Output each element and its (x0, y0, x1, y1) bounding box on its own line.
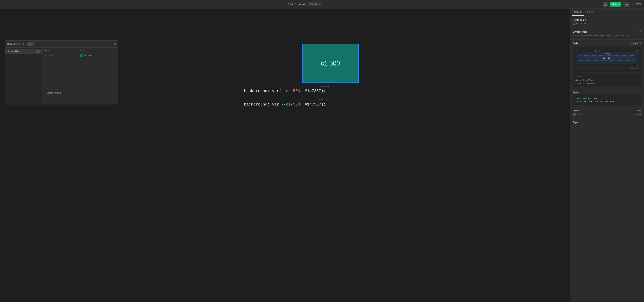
dev-resources-title: Dev resources (573, 31, 588, 33)
dev-resources-section: Dev resources + Add development links to… (570, 28, 644, 40)
code-section-header: Code CSS ▾ ⇅ (573, 42, 641, 45)
border-box-note: border-box (575, 68, 639, 70)
style-bg-var-open: var( (589, 100, 594, 103)
code-language-selector[interactable]: CSS ▾ (629, 42, 638, 45)
dev-resources-add-button[interactable]: + (639, 30, 641, 34)
good-code-prefix: background: var( (244, 102, 281, 107)
tab-plugins[interactable]: Plugins (584, 9, 596, 16)
style-code-block: border-radius: 4px; background: var(--c-… (573, 95, 641, 105)
export-section-header: Export + (573, 120, 641, 124)
create-variable-label: Create variable (47, 92, 61, 94)
vp-create-row: + Create variable (42, 90, 118, 96)
right-panel: Inspect Plugins Rectangle 1 ··· Rectangl… (570, 9, 644, 302)
lang-chevron-icon: ▾ (635, 43, 636, 45)
plus-icon: + (44, 92, 46, 94)
canvas-rectangle[interactable]: c1 500 (302, 44, 359, 83)
layout-width-val: 7.9375rem (583, 79, 594, 81)
layout-height-semi: ; (595, 82, 596, 84)
rectangle-type-row: Rectangle (573, 22, 641, 25)
table-row[interactable]: ⊕ c1 500 147367 (42, 53, 118, 58)
avatar (603, 2, 608, 7)
bm-bottom-left: 4 (576, 65, 577, 66)
dev-resources-desc: Add development links to Storybook, GitH… (573, 34, 641, 37)
main-area: Collection 1 ▾ ⊟ Beta ✕ All variables 1 (0, 9, 644, 302)
collection-title[interactable]: Collection 1 ▾ (7, 43, 21, 45)
code-toggle-button[interactable]: </> (623, 2, 630, 7)
dev-resources-header: Dev resources + (573, 30, 641, 34)
bm-bottom-right: 4 (637, 65, 638, 66)
color-row-left: c1 500 (573, 113, 583, 116)
layout-width-semi: ; (594, 79, 595, 81)
bm-border-left-val: 4 (576, 50, 577, 52)
bm-border-dash: - (618, 50, 619, 52)
dev-mode-badge[interactable]: Dev Mode (308, 2, 321, 6)
rectangle-name-section: Rectangle 1 ··· Rectangle (570, 16, 644, 28)
rectangle-more-button[interactable]: ··· (638, 19, 641, 22)
add-variable-button[interactable]: + (114, 49, 116, 52)
good-code-suffix: , #147367); (300, 102, 326, 107)
beta-badge: Beta (28, 43, 34, 46)
sidebar-item-all-variables[interactable]: All variables 1 (5, 49, 42, 54)
box-model-diagram: 4 Border - 4 - Padding - (573, 47, 641, 72)
bm-pad-bottom-center: - (607, 61, 607, 63)
create-variable-button[interactable]: + Create variable (44, 92, 61, 94)
vp-empty-area (42, 58, 118, 90)
colors-format-selector[interactable]: Hex ▾ (636, 109, 641, 112)
colors-format-label: Hex (636, 109, 640, 112)
layout-height-prop: height: (575, 82, 584, 84)
bm-border-right-val: 4 (637, 50, 638, 52)
color-name: c1 500 (577, 113, 583, 116)
col-value-header: Value (79, 49, 114, 51)
bm-size-label: 127 × 127 (603, 57, 611, 59)
style-bg-close: ); (616, 100, 618, 103)
close-panel-button[interactable]: ✕ (114, 42, 116, 46)
breadcrumb-file[interactable]: Untitled ▾ (297, 3, 306, 6)
variables-panel-header: Collection 1 ▾ ⊟ Beta ✕ (5, 41, 118, 48)
variable-name-cell: ⊕ c1 500 (44, 54, 80, 57)
breadcrumb-drafts[interactable]: Drafts (288, 3, 294, 6)
rectangle-label: c1 500 (321, 60, 340, 67)
code-options: CSS ▾ ⇅ (629, 42, 641, 45)
code-section: Code CSS ▾ ⇅ 4 Border (570, 40, 644, 89)
style-section-header: Style (573, 91, 641, 94)
variable-hex-label: 147367 (84, 54, 91, 57)
topbar-left: ··· (3, 3, 6, 6)
style-bg-color-swatch (605, 101, 607, 102)
bm-border-label: Border (595, 50, 600, 52)
type-checkbox (573, 23, 575, 25)
code-sort-button[interactable]: ⇅ (639, 42, 641, 45)
color-hex-value: #147367 (633, 113, 641, 116)
breadcrumb: Drafts / Untitled ▾ (288, 3, 306, 6)
bm-pad-left: - (578, 53, 578, 55)
right-panel-body: Rectangle 1 ··· Rectangle Dev resources … (570, 16, 644, 302)
canvas[interactable]: Collection 1 ▾ ⊟ Beta ✕ All variables 1 (0, 9, 570, 302)
style-bg-var-name: --c-1500 (594, 100, 603, 103)
bm-pad-dash: - (636, 53, 636, 55)
play-icon[interactable]: ▷ (632, 3, 634, 6)
bm-bottom-center: - (607, 65, 607, 66)
type-label: Rectangle (576, 22, 586, 25)
style-bg-hex: #147367 (608, 100, 616, 103)
bad-code-suffix: , #147367); (300, 89, 326, 93)
more-options-icon[interactable]: ··· (3, 3, 6, 6)
code-toggle-label: </> (625, 3, 628, 6)
share-button[interactable]: Share (610, 2, 621, 7)
layout-width-prop: width: (575, 79, 583, 81)
bm-padding-label: Padding (604, 53, 610, 55)
rectangle-name-row: Rectangle 1 ··· (573, 19, 641, 22)
colors-section: Colors Hex ▾ c1 500 #147367 (570, 107, 644, 118)
bad-code-var: --c-1500 (281, 89, 300, 93)
style-section: Style border-radius: 4px; background: va… (570, 89, 644, 107)
style-bg-comma: , (603, 100, 605, 103)
breadcrumb-separator: / (295, 3, 296, 6)
bm-pad-right-val: - (636, 57, 636, 59)
toggle-sidebar-button[interactable]: ⊟ (22, 42, 26, 46)
variable-icon: ⊕ (44, 54, 46, 57)
topbar-center: Drafts / Untitled ▾ Dev Mode (288, 2, 321, 6)
tab-inspect[interactable]: Inspect (572, 9, 584, 16)
export-add-button[interactable]: + (639, 120, 641, 124)
zoom-level[interactable]: 200% (636, 3, 641, 6)
collection-chevron-icon: ▾ (20, 43, 21, 45)
collection-name-label: Collection 1 (7, 43, 19, 45)
col-name-header: Name (44, 49, 79, 51)
